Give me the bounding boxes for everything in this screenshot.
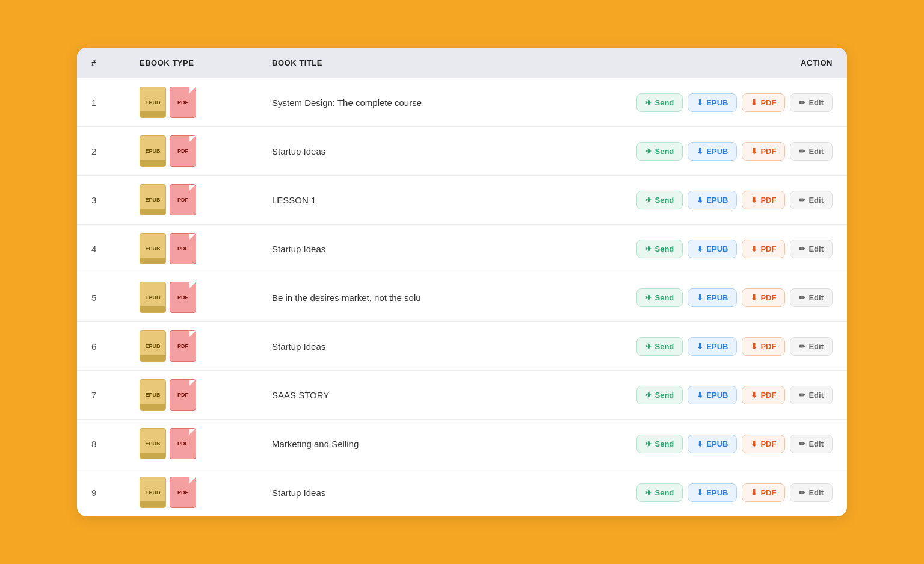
pdf-button[interactable]: ⬇ PDF <box>742 435 785 453</box>
edit-button[interactable]: ✏ Edit <box>790 288 833 307</box>
edit-button[interactable]: ✏ Edit <box>790 386 833 404</box>
send-button[interactable]: ✈ Send <box>636 386 683 404</box>
table-row: 1 EPUB PDF System Design: The complete c… <box>77 78 847 127</box>
download-pdf-icon: ⬇ <box>751 196 757 205</box>
edit-icon: ✏ <box>799 196 805 205</box>
epub-button[interactable]: ⬇ EPUB <box>688 142 737 161</box>
send-button[interactable]: ✈ Send <box>636 240 683 258</box>
download-epub-icon: ⬇ <box>697 439 703 448</box>
edit-icon: ✏ <box>799 98 805 107</box>
send-button[interactable]: ✈ Send <box>636 191 683 209</box>
send-icon: ✈ <box>645 196 652 205</box>
epub-button[interactable]: ⬇ EPUB <box>688 240 737 258</box>
pdf-button[interactable]: ⬇ PDF <box>742 191 785 209</box>
pdf-button[interactable]: ⬇ PDF <box>742 386 785 404</box>
epub-icon: EPUB <box>140 135 166 167</box>
ebook-type-icons: EPUB PDF <box>140 477 272 508</box>
epub-button[interactable]: ⬇ EPUB <box>688 93 737 112</box>
edit-button[interactable]: ✏ Edit <box>790 191 833 209</box>
pdf-icon: PDF <box>170 477 196 508</box>
download-epub-icon: ⬇ <box>697 196 703 205</box>
row-number: 4 <box>91 244 140 254</box>
send-button[interactable]: ✈ Send <box>636 483 683 502</box>
book-title: Be in the desires market, not the solu <box>272 293 616 303</box>
pdf-button[interactable]: ⬇ PDF <box>742 93 785 112</box>
epub-button[interactable]: ⬇ EPUB <box>688 288 737 307</box>
epub-icon: EPUB <box>140 379 166 411</box>
epub-icon: EPUB <box>140 477 166 508</box>
row-number: 5 <box>91 293 140 303</box>
send-button[interactable]: ✈ Send <box>636 337 683 356</box>
download-epub-icon: ⬇ <box>697 342 703 351</box>
send-icon: ✈ <box>645 293 652 302</box>
table-body: 1 EPUB PDF System Design: The complete c… <box>77 78 847 516</box>
table-row: 9 EPUB PDF Startup Ideas ✈ Send ⬇ EPUB ⬇… <box>77 468 847 516</box>
epub-icon: EPUB <box>140 428 166 459</box>
edit-button[interactable]: ✏ Edit <box>790 93 833 112</box>
action-buttons: ✈ Send ⬇ EPUB ⬇ PDF ✏ Edit <box>616 191 833 209</box>
pdf-button[interactable]: ⬇ PDF <box>742 288 785 307</box>
table-row: 6 EPUB PDF Startup Ideas ✈ Send ⬇ EPUB ⬇… <box>77 322 847 371</box>
ebook-type-icons: EPUB PDF <box>140 282 272 313</box>
pdf-button[interactable]: ⬇ PDF <box>742 142 785 161</box>
table-row: 5 EPUB PDF Be in the desires market, not… <box>77 273 847 322</box>
col-book-title: BOOK TITLE <box>272 58 616 67</box>
ebook-type-icons: EPUB PDF <box>140 135 272 167</box>
ebook-type-icons: EPUB PDF <box>140 428 272 459</box>
book-title: Startup Ideas <box>272 146 616 156</box>
book-title: System Design: The complete course <box>272 98 616 108</box>
edit-icon: ✏ <box>799 293 805 302</box>
send-button[interactable]: ✈ Send <box>636 435 683 453</box>
pdf-icon: PDF <box>170 184 196 215</box>
action-buttons: ✈ Send ⬇ EPUB ⬇ PDF ✏ Edit <box>616 337 833 356</box>
edit-icon: ✏ <box>799 147 805 156</box>
row-number: 9 <box>91 488 140 498</box>
pdf-icon: PDF <box>170 330 196 362</box>
epub-button[interactable]: ⬇ EPUB <box>688 386 737 404</box>
row-number: 2 <box>91 146 140 156</box>
ebook-type-icons: EPUB PDF <box>140 87 272 118</box>
book-title: Startup Ideas <box>272 244 616 254</box>
epub-icon: EPUB <box>140 282 166 313</box>
epub-button[interactable]: ⬇ EPUB <box>688 191 737 209</box>
pdf-button[interactable]: ⬇ PDF <box>742 483 785 502</box>
epub-button[interactable]: ⬇ EPUB <box>688 337 737 356</box>
edit-button[interactable]: ✏ Edit <box>790 240 833 258</box>
edit-icon: ✏ <box>799 244 805 253</box>
download-epub-icon: ⬇ <box>697 244 703 253</box>
send-button[interactable]: ✈ Send <box>636 93 683 112</box>
table-row: 2 EPUB PDF Startup Ideas ✈ Send ⬇ EPUB ⬇… <box>77 127 847 176</box>
edit-button[interactable]: ✏ Edit <box>790 337 833 356</box>
book-title: Marketing and Selling <box>272 439 616 449</box>
epub-icon: EPUB <box>140 330 166 362</box>
edit-icon: ✏ <box>799 342 805 351</box>
send-button[interactable]: ✈ Send <box>636 142 683 161</box>
send-icon: ✈ <box>645 147 652 156</box>
pdf-button[interactable]: ⬇ PDF <box>742 337 785 356</box>
edit-button[interactable]: ✏ Edit <box>790 142 833 161</box>
epub-button[interactable]: ⬇ EPUB <box>688 483 737 502</box>
pdf-button[interactable]: ⬇ PDF <box>742 240 785 258</box>
ebook-type-icons: EPUB PDF <box>140 379 272 411</box>
download-pdf-icon: ⬇ <box>751 98 757 107</box>
epub-icon: EPUB <box>140 184 166 215</box>
edit-button[interactable]: ✏ Edit <box>790 483 833 502</box>
edit-icon: ✏ <box>799 391 805 400</box>
table-header: # EBOOK TYPE BOOK TITLE ACTION <box>77 48 847 78</box>
action-buttons: ✈ Send ⬇ EPUB ⬇ PDF ✏ Edit <box>616 142 833 161</box>
pdf-icon: PDF <box>170 428 196 459</box>
edit-icon: ✏ <box>799 439 805 448</box>
row-number: 3 <box>91 195 140 205</box>
action-buttons: ✈ Send ⬇ EPUB ⬇ PDF ✏ Edit <box>616 93 833 112</box>
send-button[interactable]: ✈ Send <box>636 288 683 307</box>
download-epub-icon: ⬇ <box>697 293 703 302</box>
send-icon: ✈ <box>645 342 652 351</box>
book-title: Startup Ideas <box>272 488 616 498</box>
epub-button[interactable]: ⬇ EPUB <box>688 435 737 453</box>
epub-icon: EPUB <box>140 233 166 264</box>
table-row: 3 EPUB PDF LESSON 1 ✈ Send ⬇ EPUB ⬇ PDF <box>77 176 847 225</box>
edit-button[interactable]: ✏ Edit <box>790 435 833 453</box>
action-buttons: ✈ Send ⬇ EPUB ⬇ PDF ✏ Edit <box>616 386 833 404</box>
download-pdf-icon: ⬇ <box>751 342 757 351</box>
download-pdf-icon: ⬇ <box>751 439 757 448</box>
